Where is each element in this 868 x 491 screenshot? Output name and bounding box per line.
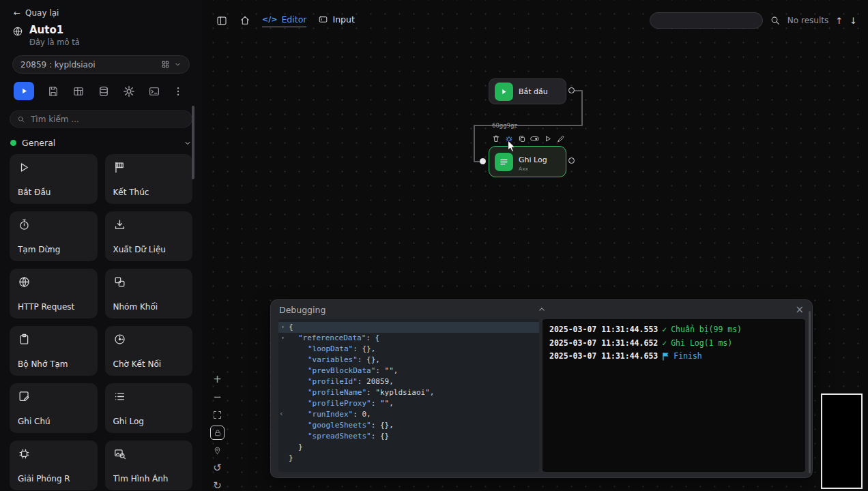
block-search-input[interactable]: [31, 115, 185, 124]
undo-button[interactable]: ↺: [210, 461, 225, 475]
json-line: "profileId": 20859,: [278, 376, 539, 387]
sidebar-toolbar: [14, 82, 188, 100]
log-lines-icon: [495, 153, 513, 171]
zoom-out-button[interactable]: −: [210, 390, 225, 404]
json-line: "prevBlockData": "",: [278, 366, 539, 376]
fit-view-button[interactable]: [210, 408, 225, 422]
check-icon: ✓: [662, 337, 667, 351]
gear-icon[interactable]: [123, 85, 135, 98]
terminal-icon[interactable]: [148, 85, 160, 98]
download-icon: [113, 218, 185, 231]
block-export[interactable]: Xuất Dữ Liệu: [105, 211, 193, 261]
play-icon: [18, 161, 89, 174]
block-pause[interactable]: Tạm Dừng: [10, 211, 98, 261]
json-line: "profileProxy": "",: [278, 398, 539, 409]
log-line: 2025-03-07 11:31:44.553 ✓ Chuẩn bị(99 ms…: [549, 323, 798, 337]
table-icon[interactable]: [72, 85, 85, 98]
panel-scrollbar[interactable]: [809, 311, 811, 473]
sidebar-scrollbar[interactable]: [192, 106, 194, 179]
node-ghi-log[interactable]: Ghi Log Axx: [489, 146, 566, 177]
log-line: 2025-03-07 11:31:44.653 Finish: [549, 350, 798, 363]
block-note[interactable]: Ghi Chú: [10, 383, 98, 433]
save-icon[interactable]: [47, 85, 59, 98]
next-result-button[interactable]: ↓: [850, 16, 857, 26]
json-viewer: ▾{ ▾"referenceData": { "loopData": {}, "…: [278, 319, 539, 472]
preview-window[interactable]: [821, 393, 863, 489]
pin-button[interactable]: [210, 443, 225, 458]
log-lines-icon: [113, 390, 185, 403]
log-console: 2025-03-07 11:31:44.553 ✓ Chuẩn bị(99 ms…: [542, 319, 805, 472]
sidebar-toggle-button[interactable]: [216, 15, 228, 27]
tree-arrow-icon[interactable]: ▾: [281, 322, 285, 333]
block-end[interactable]: Kết Thúc: [105, 154, 193, 204]
delete-icon[interactable]: [491, 134, 500, 144]
json-line: "variables": {},: [278, 355, 539, 366]
tab-editor[interactable]: </> Editor: [262, 14, 306, 27]
block-wait-connection[interactable]: Chờ Kết Nối: [105, 326, 193, 376]
sidebar: ← Quay lại Auto1 Đây là mô tả 20859 : ky…: [0, 0, 202, 491]
output-handle[interactable]: [568, 158, 575, 164]
note-icon: [18, 390, 89, 403]
json-line: "profileName": "kypldsiaoi",: [278, 387, 539, 398]
json-line: "googleSheets": {},: [278, 420, 539, 431]
image-search-icon: [113, 447, 185, 460]
lock-button[interactable]: [210, 426, 225, 440]
app-window: ← Quay lại Auto1 Đây là mô tả 20859 : ky…: [0, 0, 868, 491]
json-line: ▾"referenceData": {: [278, 333, 539, 344]
debug-body: ▾{ ▾"referenceData": { "loopData": {}, "…: [271, 319, 812, 477]
block-clipboard[interactable]: Bộ Nhớ Tạm: [10, 326, 98, 376]
globe-icon: [12, 26, 23, 47]
tab-input[interactable]: Input: [318, 14, 354, 27]
code-icon: </>: [262, 15, 277, 24]
flag-icon: [662, 352, 669, 361]
json-line: "loopData": {},: [278, 344, 539, 355]
block-log[interactable]: Ghi Log: [105, 383, 193, 433]
app-description: Đây là mô tả: [29, 38, 80, 47]
json-line: }: [278, 453, 539, 464]
zoom-in-button[interactable]: +: [210, 372, 225, 387]
search-icon[interactable]: [770, 15, 781, 26]
clipboard-icon: [18, 333, 89, 346]
search-icon: [17, 115, 25, 123]
block-find-image[interactable]: Tìm Hình Ảnh: [105, 441, 193, 490]
run-button[interactable]: [14, 82, 34, 100]
redo-button[interactable]: ↻: [210, 479, 225, 491]
node-subtitle: Axx: [519, 166, 547, 172]
block-release-ram[interactable]: Giải Phóng R: [10, 441, 98, 490]
kebab-menu-icon[interactable]: [173, 86, 183, 97]
block-http[interactable]: HTTP Request: [10, 269, 98, 318]
search-results-label: No results: [787, 16, 828, 25]
tree-arrow-icon[interactable]: ▾: [281, 333, 285, 344]
run-icon[interactable]: [543, 134, 552, 144]
duplicate-icon[interactable]: [517, 134, 526, 144]
node-toolbar: [491, 134, 565, 144]
back-button[interactable]: ← Quay lại: [0, 0, 202, 18]
prev-result-button[interactable]: ↑: [835, 16, 843, 26]
canvas-topbar: </> Editor Input No results ↑ ↓: [216, 12, 857, 29]
home-button[interactable]: [240, 15, 250, 26]
debug-title: Debugging: [279, 305, 326, 315]
blocks-grid: Bắt Đầu Kết Thúc Tạm Dừng Xuất Dữ Liệu: [10, 154, 192, 490]
block-group[interactable]: Nhóm Khối: [105, 269, 193, 318]
close-panel-button[interactable]: ×: [795, 305, 804, 315]
workflow-canvas[interactable]: </> Editor Input No results ↑ ↓: [202, 0, 868, 491]
section-general[interactable]: General: [10, 138, 192, 148]
play-icon: [495, 83, 513, 101]
output-handle[interactable]: [568, 87, 575, 93]
block-start[interactable]: Bắt Đầu: [10, 154, 98, 204]
stopwatch-icon: [18, 218, 89, 231]
toggle-icon[interactable]: [530, 134, 539, 144]
json-line: }: [278, 442, 539, 453]
profile-selector[interactable]: 20859 : kypldsiaoi: [12, 55, 190, 74]
app-title: Auto1: [29, 24, 80, 36]
collapse-json-pane-button[interactable]: ‹: [279, 409, 284, 418]
collapse-panel-button[interactable]: [537, 305, 546, 314]
database-icon[interactable]: [98, 85, 110, 98]
input-handle[interactable]: [480, 158, 486, 164]
canvas-search-input[interactable]: [657, 13, 755, 28]
json-line: ▾{: [278, 322, 539, 333]
mouse-cursor: [507, 140, 517, 153]
node-start[interactable]: Bắt đầu: [489, 78, 566, 104]
wait-connection-icon: [113, 333, 185, 346]
edit-icon[interactable]: [556, 134, 565, 144]
